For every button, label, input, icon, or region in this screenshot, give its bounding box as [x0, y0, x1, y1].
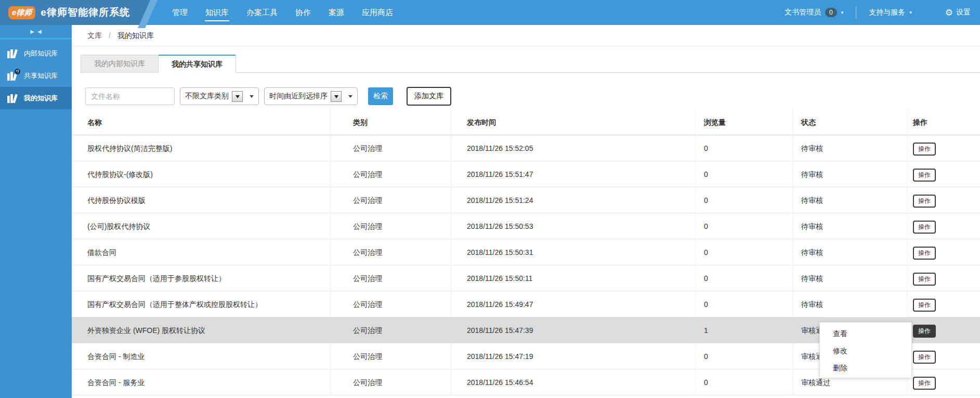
doc-action-cell: 操作: [907, 343, 980, 369]
breadcrumb-root[interactable]: 文库: [87, 31, 102, 40]
action-button[interactable]: 操作: [913, 325, 936, 338]
tab[interactable]: 我的共享知识库: [158, 55, 236, 73]
topnav-item[interactable]: 协作: [286, 0, 320, 25]
action-menu-item[interactable]: 查看: [820, 325, 911, 342]
topnav-item[interactable]: 应用商店: [353, 0, 402, 25]
doc-views: 0: [695, 343, 793, 369]
doc-name: 合资合同 - 服务业: [72, 369, 330, 395]
col-header-views: 浏览量: [695, 109, 793, 135]
action-button[interactable]: 操作: [913, 247, 936, 260]
library-books-icon: [7, 93, 19, 104]
table-row: 借款合同 公司治理 2018/11/26 15:50:31 0 待审核 操作: [72, 239, 980, 265]
doc-action-cell: 操作: [907, 213, 980, 239]
table-row: 股权代持协议(简洁完整版) 公司治理 2018/11/26 15:52:05 0…: [72, 135, 980, 161]
action-button[interactable]: 操作: [913, 351, 936, 364]
topnav-item[interactable]: 案源: [320, 0, 353, 25]
table-row: (公司)股权代持协议 公司治理 2018/11/26 15:50:53 0 待审…: [72, 213, 980, 239]
doc-name: (公司)股权代持协议: [72, 213, 330, 239]
doc-views: 1: [695, 317, 793, 343]
action-button[interactable]: 操作: [913, 273, 936, 286]
doc-status: 待审核: [793, 135, 907, 161]
action-button[interactable]: 操作: [913, 195, 936, 208]
table-row: 国有产权交易合同（适用于整体产权或控股股权转让） 公司治理 2018/11/26…: [72, 291, 980, 317]
dropdown-caret-icon: [348, 95, 352, 100]
divider: [856, 6, 856, 19]
doc-status: 待审核: [793, 239, 907, 265]
tab[interactable]: 我的内部知识库: [81, 55, 159, 73]
chevron-down-icon: ▾: [909, 10, 912, 15]
col-header-action: 操作: [907, 109, 980, 135]
doc-category: 公司治理: [330, 135, 451, 161]
sidebar-item[interactable]: 共享知识库: [0, 65, 72, 87]
doc-status: 待审核: [793, 291, 907, 317]
table-row: 国有产权交易合同（适用于参股股权转让） 公司治理 2018/11/26 15:5…: [72, 265, 980, 291]
action-button[interactable]: 操作: [913, 299, 936, 312]
user-menu[interactable]: 文书管理员 0 ▾: [785, 8, 843, 17]
settings-button[interactable]: ⚙ 设置: [945, 8, 971, 17]
sidebar-item[interactable]: 我的知识库: [0, 87, 72, 109]
doc-status: 待审核: [793, 213, 907, 239]
logo-zone: e律师 e律师智能律所系统: [0, 0, 156, 25]
doc-name: 代持股份协议模版: [72, 187, 330, 213]
user-role-label: 文书管理员: [785, 8, 821, 17]
col-header-name: 名称: [72, 109, 330, 135]
doc-published-time: 2018/11/26 15:46:54: [451, 369, 695, 395]
table-row: 代持股份协议模版 公司治理 2018/11/26 15:51:24 0 待审核 …: [72, 187, 980, 213]
sort-order-select[interactable]: 时间由近到远排序: [264, 87, 358, 105]
action-button[interactable]: 操作: [913, 377, 936, 390]
doc-category: 公司治理: [330, 187, 451, 213]
sidebar: ▶◀ 内部知识库: [0, 25, 72, 398]
topnav-item[interactable]: 办案工具: [238, 0, 286, 25]
col-header-category: 类别: [330, 109, 451, 135]
dropdown-caret-icon: [250, 95, 254, 100]
sidebar-item[interactable]: 内部知识库: [0, 42, 72, 65]
collapse-arrows-icon: ▶◀: [30, 29, 44, 34]
settings-label: 设置: [956, 8, 971, 17]
doc-name: 合资合同 - 制造业: [72, 343, 330, 369]
breadcrumb-separator: /: [109, 31, 111, 40]
doc-action-cell: 操作: [907, 135, 980, 161]
category-select-value: 不限文库类别: [180, 92, 232, 101]
app-logo-icon: e律师: [8, 6, 35, 19]
doc-published-time: 2018/11/26 15:47:19: [451, 343, 695, 369]
select-arrow-box: [331, 91, 342, 102]
action-menu-item[interactable]: 删除: [820, 360, 911, 377]
action-button[interactable]: 操作: [913, 221, 936, 234]
doc-category: 公司治理: [330, 239, 451, 265]
doc-action-cell: 操作: [907, 317, 980, 343]
doc-views: 0: [695, 135, 793, 161]
file-name-input[interactable]: [85, 87, 175, 105]
doc-name: 借款合同: [72, 239, 330, 265]
col-header-published: 发布时间: [451, 109, 695, 135]
tab-bar: 我的内部知识库 我的共享知识库: [81, 55, 980, 73]
category-select[interactable]: 不限文库类别: [180, 87, 259, 105]
search-button[interactable]: 检索: [368, 87, 393, 105]
topnav-item[interactable]: 知识库: [197, 0, 238, 25]
sidebar-item-label: 内部知识库: [24, 49, 58, 58]
support-menu[interactable]: 支持与服务 ▾: [869, 8, 912, 17]
doc-category: 公司治理: [330, 161, 451, 187]
topnav-item[interactable]: 管理: [163, 0, 197, 25]
action-button[interactable]: 操作: [913, 169, 936, 182]
share-badge-icon: [15, 69, 20, 74]
doc-status: 待审核: [793, 187, 907, 213]
doc-action-cell: 操作: [907, 265, 980, 291]
breadcrumb-current: 我的知识库: [117, 31, 154, 40]
sort-select-value: 时间由近到远排序: [265, 92, 331, 101]
action-button[interactable]: 操作: [913, 143, 936, 156]
add-library-button[interactable]: 添加文库: [407, 87, 451, 106]
app-title: e律师智能律所系统: [41, 6, 130, 19]
sidebar-collapse-button[interactable]: ▶◀: [0, 25, 72, 40]
doc-published-time: 2018/11/26 15:51:24: [451, 187, 695, 213]
doc-status: 待审核: [793, 161, 907, 187]
doc-views: 0: [695, 369, 793, 395]
doc-published-time: 2018/11/26 15:50:31: [451, 239, 695, 265]
top-bar: e律师 e律师智能律所系统 管理 知识库 办案工具 协作 案源 应用商店 文书管…: [0, 0, 980, 25]
doc-name: 外资独资企业 (WFOE) 股权转让协议: [72, 317, 330, 343]
sidebar-menu: 内部知识库 共享知识库: [0, 42, 72, 109]
library-books-icon: [7, 71, 19, 81]
table-header-row: 名称 类别 发布时间 浏览量 状态 操作: [72, 109, 980, 135]
doc-published-time: 2018/11/26 15:52:05: [451, 135, 695, 161]
action-menu-item[interactable]: 修改: [820, 342, 911, 360]
support-label: 支持与服务: [869, 8, 905, 17]
